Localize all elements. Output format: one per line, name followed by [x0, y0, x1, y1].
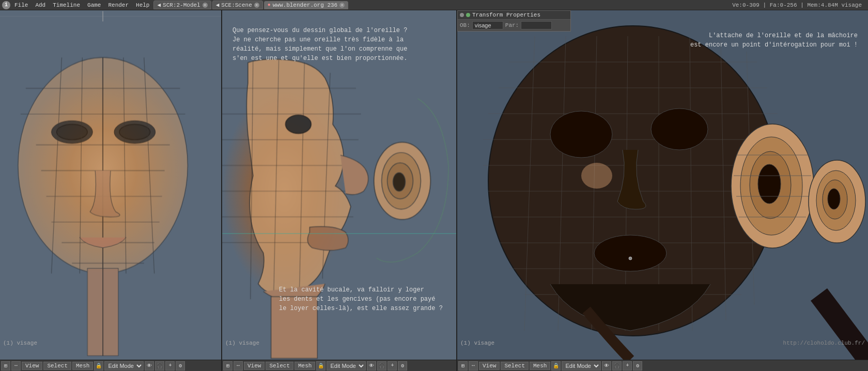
top-menubar: i File Add Timeline Game Render Help ◀ S… [0, 0, 868, 10]
tab-close-icon3[interactable]: ✕ [339, 3, 345, 8]
menu-game[interactable]: Game [84, 2, 104, 9]
headphones-icon-middle[interactable]: 🎧 [377, 361, 386, 370]
settings-icon-left[interactable]: ⚙ [176, 361, 185, 370]
tab-scescene[interactable]: ◀ SCE:Scene ✕ [212, 1, 263, 9]
settings-icon-right[interactable]: ⚙ [633, 361, 642, 370]
mode-select-left[interactable]: Edit Mode [104, 361, 144, 370]
obj-icon-right[interactable]: 🔒 [551, 361, 561, 370]
add-icon-right[interactable]: + [623, 361, 632, 370]
menu-add[interactable]: Add [32, 2, 49, 9]
menu-render[interactable]: Render [105, 2, 132, 9]
header-info: Ve:0-309 | Fa:0-256 | Mem:4.84M visage [728, 2, 866, 8]
transform-panel-title: Transform Properties [472, 12, 540, 18]
panel-close-icon[interactable] [460, 13, 464, 17]
nav-icon-middle[interactable]: ⊞ [223, 361, 233, 370]
face-mesh-left [0, 10, 221, 360]
view-btn-right[interactable]: View [479, 362, 500, 370]
menu-timeline[interactable]: Timeline [50, 2, 83, 9]
settings-icon-middle[interactable]: ⚙ [398, 361, 407, 370]
toolbar-segment-left: ⊞ ↔ View Select Mesh 🔒 Edit Mode 👁 🎧 + ⚙ [0, 360, 222, 371]
headphones-icon-left[interactable]: 🎧 [155, 361, 164, 370]
view3d-icon-middle[interactable]: 👁 [367, 361, 376, 370]
ob-label: OB: [460, 22, 470, 28]
transform-panel: Transform Properties OB: Par: [457, 10, 571, 32]
menu-help[interactable]: Help [133, 2, 152, 9]
view3d-icon-right[interactable]: 👁 [602, 361, 611, 370]
mesh-btn-right[interactable]: Mesh [530, 362, 550, 370]
pan-icon-right[interactable]: ↔ [469, 361, 478, 370]
tab-arrow-icon2: ◀ [216, 2, 220, 8]
panel-pin-icon[interactable] [466, 13, 470, 17]
add-icon-middle[interactable]: + [388, 361, 397, 370]
obj-icon-middle[interactable]: 🔒 [316, 361, 326, 370]
select-btn-middle[interactable]: Select [266, 362, 293, 370]
viewport-canvas-left: (1) visage [0, 10, 221, 360]
viewport-right[interactable]: Transform Properties OB: Par: [457, 10, 868, 360]
bottom-toolbars: ⊞ ↔ View Select Mesh 🔒 Edit Mode 👁 🎧 + ⚙… [0, 360, 868, 371]
obj-icon-left[interactable]: 🔒 [94, 361, 103, 370]
mesh-btn-left[interactable]: Mesh [72, 362, 93, 370]
tab-scr2model[interactable]: ◀ SCR:2-Model ✕ [153, 1, 211, 9]
viewport-middle[interactable]: Que pensez-vous du dessin global de l'or… [222, 10, 457, 360]
mesh-btn-middle[interactable]: Mesh [295, 362, 315, 370]
tab-close-icon2[interactable]: ✕ [254, 3, 259, 8]
view-btn-left[interactable]: View [22, 362, 42, 370]
nav-icon-left[interactable]: ⊞ [1, 361, 10, 370]
par-label: Par: [505, 22, 519, 28]
tab-label3: www.blender.org 236 [273, 2, 337, 8]
blender-icon: ● [268, 2, 271, 8]
view-btn-middle[interactable]: View [244, 362, 265, 370]
pan-icon-middle[interactable]: ↔ [234, 361, 243, 370]
ob-input[interactable] [472, 21, 503, 29]
tab-label2: SCE:Scene [221, 2, 252, 8]
nav-icon-right[interactable]: ⊞ [458, 361, 468, 370]
headphones-icon-right[interactable]: 🎧 [612, 361, 622, 370]
toolbar-segment-middle: ⊞ ↔ View Select Mesh 🔒 Edit Mode 👁 🎧 + ⚙ [222, 360, 457, 371]
par-input[interactable] [521, 21, 552, 29]
select-btn-left[interactable]: Select [43, 362, 71, 370]
add-icon-left[interactable]: + [165, 361, 175, 370]
transform-panel-header: Transform Properties [458, 11, 570, 20]
tab-label: SCR:2-Model [163, 2, 200, 8]
select-btn-right[interactable]: Select [501, 362, 529, 370]
view3d-icon-left[interactable]: 👁 [145, 361, 154, 370]
face-mesh-right [457, 10, 868, 360]
toolbar-segment-right: ⊞ ↔ View Select Mesh 🔒 Edit Mode 👁 🎧 + ⚙ [457, 360, 868, 371]
tab-close-icon[interactable]: ✕ [203, 3, 208, 8]
pan-icon-left[interactable]: ↔ [11, 361, 21, 370]
tab-bar: ◀ SCR:2-Model ✕ ◀ SCE:Scene ✕ ● www.blen… [153, 1, 727, 9]
face-mesh-middle [222, 10, 456, 360]
main-container: (1) visage [0, 10, 868, 360]
menu-file[interactable]: File [11, 2, 31, 9]
mode-select-right[interactable]: Edit Mode [562, 361, 601, 370]
tab-blender[interactable]: ● www.blender.org 236 ✕ [264, 1, 348, 9]
transform-panel-body: OB: Par: [458, 20, 570, 31]
viewport-left[interactable]: (1) visage [0, 10, 222, 360]
info-icon[interactable]: i [2, 1, 10, 9]
viewport-canvas-right: L'attache de l'oreille et de la mâchoire… [457, 10, 868, 360]
mode-select-middle[interactable]: Edit Mode [327, 361, 366, 370]
tab-arrow-icon: ◀ [157, 2, 161, 8]
viewport-canvas-middle: Que pensez-vous du dessin global de l'or… [222, 10, 456, 360]
